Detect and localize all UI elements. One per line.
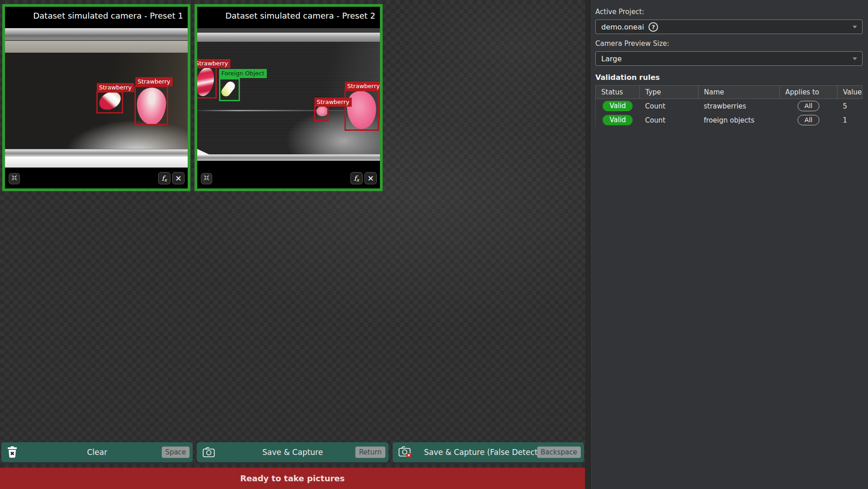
- camera-false-detection-icon: [399, 446, 412, 458]
- camera-preview-size-label: Camera Preview Size:: [595, 40, 863, 48]
- camera-preview-1[interactable]: Dataset simulated camera - Preset 1 Stra…: [2, 4, 190, 191]
- table-row: Valid Count froeign objects All 1: [596, 113, 863, 127]
- conveyor-ledge: [5, 41, 188, 53]
- camera-2-controls: fx ✕: [197, 168, 380, 188]
- detection-box: [135, 86, 168, 125]
- camera-1-title: Dataset simulated camera - Preset 1: [33, 11, 183, 20]
- detection-box: [314, 105, 329, 121]
- camera-2-video: Strawberry Foreign Object Strawberry Str…: [197, 28, 380, 161]
- status-badge: Valid: [603, 101, 633, 111]
- table-row: Valid Count strawberries All 5: [596, 99, 863, 114]
- detection-label: Strawberry: [314, 98, 352, 107]
- move-resize-button[interactable]: [201, 173, 212, 184]
- column-header-applies-to: Applies to: [780, 86, 838, 99]
- close-camera-button[interactable]: ✕: [172, 172, 185, 184]
- status-badge: Valid: [603, 115, 633, 125]
- active-project-value: demo.oneai: [601, 23, 644, 31]
- detection-box: [197, 67, 217, 99]
- rule-type: Count: [640, 113, 698, 127]
- applies-to-badge[interactable]: All: [798, 101, 819, 111]
- applies-to-badge[interactable]: All: [798, 115, 819, 125]
- rule-value: 1: [838, 113, 863, 127]
- save-capture-false-detection-button-label: Save & Capture (False Detection): [424, 448, 553, 457]
- detection-label: Strawberry: [197, 59, 230, 68]
- camera-preview-size-value: Large: [601, 54, 622, 63]
- column-header-type: Type: [640, 86, 698, 99]
- camera-1-controls: fx ✕: [5, 168, 188, 188]
- save-capture-false-detection-button[interactable]: Save & Capture (False Detection) Backspa…: [393, 442, 584, 462]
- workspace-background: Dataset simulated camera - Preset 1 Stra…: [0, 0, 585, 489]
- space-key-badge: Space: [162, 447, 190, 458]
- column-header-name: Name: [698, 86, 780, 99]
- camera-preview-size-dropdown[interactable]: Large: [595, 51, 863, 66]
- conveyor-bottom-rail: [197, 154, 380, 161]
- detection-box: [344, 90, 379, 131]
- collapse-arrows-icon: [11, 174, 18, 183]
- column-header-value: Value: [838, 86, 863, 99]
- camera-icon: [203, 447, 215, 458]
- detection-label: Strawberry: [345, 82, 380, 91]
- clear-button-label: Clear: [87, 448, 107, 457]
- trash-icon: [7, 446, 17, 459]
- rule-name: strawberries: [698, 99, 780, 114]
- status-bar: Ready to take pictures: [0, 468, 585, 489]
- rule-name: froeign objects: [698, 113, 780, 127]
- active-project-dropdown[interactable]: demo.oneai ?: [595, 20, 863, 34]
- settings-panel: Active Project: demo.oneai ? Camera Prev…: [592, 0, 868, 489]
- conveyor-top-rail: [197, 33, 380, 42]
- status-bar-text: Ready to take pictures: [240, 474, 345, 483]
- close-icon: ✕: [175, 174, 181, 183]
- return-key-badge: Return: [355, 447, 385, 458]
- move-resize-button[interactable]: [9, 173, 20, 184]
- save-capture-button[interactable]: Save & Capture Return: [197, 442, 388, 462]
- fx-overlay-button[interactable]: fx: [158, 172, 170, 184]
- close-icon: ✕: [367, 174, 374, 183]
- camera-1-video: Strawberry Strawberry: [5, 28, 188, 168]
- conveyor-bottom-rail: [5, 149, 188, 157]
- fx-overlay-button[interactable]: fx: [350, 172, 363, 184]
- conveyor-bottom-strip: [5, 157, 188, 168]
- validation-rules-title: Validation rules: [595, 73, 863, 82]
- detection-label: Foreign Object: [219, 69, 267, 78]
- rule-type: Count: [640, 99, 698, 114]
- rule-value: 5: [838, 99, 863, 114]
- light-wedge: [197, 149, 211, 155]
- camera-preview-2[interactable]: Dataset simulated camera - Preset 2 Stra…: [195, 4, 383, 191]
- backspace-key-badge: Backspace: [537, 447, 581, 458]
- fx-icon-sub: x: [356, 178, 359, 183]
- detection-label: Strawberry: [135, 77, 173, 86]
- close-camera-button[interactable]: ✕: [364, 172, 377, 184]
- panel-divider: [585, 0, 592, 489]
- collapse-arrows-icon: [203, 174, 210, 183]
- table-header-row: Status Type Name Applies to Value: [596, 86, 863, 99]
- conveyor-shadow: [197, 28, 380, 33]
- camera-2-title: Dataset simulated camera - Preset 2: [225, 11, 375, 20]
- active-project-label: Active Project:: [595, 8, 863, 16]
- conveyor-top-rail: [5, 28, 188, 41]
- clear-button[interactable]: Clear Space: [1, 442, 193, 462]
- fx-icon-sub: x: [164, 178, 167, 183]
- chevron-down-icon: [853, 26, 857, 29]
- chevron-down-icon: [853, 58, 857, 60]
- save-capture-button-label: Save & Capture: [262, 448, 323, 457]
- action-bar: Clear Space Save & Capture Return: [0, 442, 585, 462]
- help-icon[interactable]: ?: [649, 22, 658, 32]
- detection-box: [96, 91, 123, 114]
- column-header-status: Status: [596, 86, 640, 99]
- detection-label: Strawberry: [97, 83, 134, 92]
- detection-box: [219, 78, 240, 101]
- validation-rules-table: Status Type Name Applies to Value Valid …: [595, 85, 863, 127]
